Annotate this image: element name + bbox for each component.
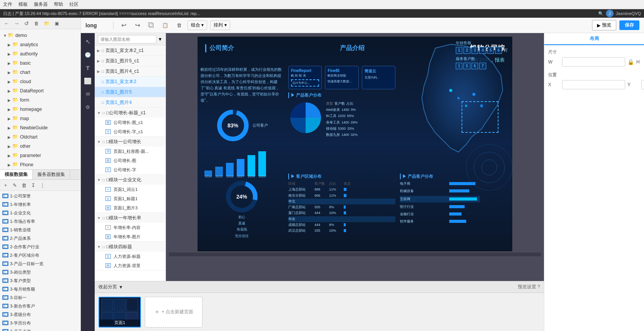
cursor-tool[interactable]: ↖ <box>82 36 93 47</box>
tree-item-form[interactable]: ▶ 📁 form <box>0 95 80 105</box>
x-input[interactable] <box>562 80 625 89</box>
tree-item-other[interactable]: ▶ 📁 other <box>0 142 80 151</box>
tree-item-analytics[interactable]: ▶ 📁 analytics <box>0 40 80 49</box>
dataset-item[interactable]: 1-销售业绩 <box>0 226 80 234</box>
dataset-item[interactable]: 3-每月销售额 <box>0 285 80 293</box>
tree-item-authority[interactable]: ▶ 📁 authority <box>0 49 80 59</box>
settings-tool[interactable]: ⚙ <box>82 102 93 112</box>
history-tool[interactable]: 🕐 <box>82 49 93 60</box>
shape-tool[interactable]: ⬜ <box>82 75 93 86</box>
tree-item-phone[interactable]: ▶ 📁 Phone <box>0 160 80 169</box>
layer-item-wordcloud[interactable]: ▶ ⊙ 页面1_词云1 <box>95 185 166 194</box>
layer-item-growthrate-img[interactable]: ▶ 图 年增长率-图片 <box>95 232 166 241</box>
back-button[interactable]: ← <box>2 19 11 28</box>
dataset-item[interactable]: 3-目标一 <box>0 293 80 302</box>
tab-template-dataset[interactable]: 模板数据集 <box>0 170 33 179</box>
layer-group-header[interactable]: ▶ □ 页面1_富文本2_c1 <box>95 45 166 55</box>
page-thumb-1[interactable]: 页面1 <box>99 297 141 328</box>
dataset-item[interactable]: 2-产品体系 <box>0 234 80 242</box>
group-button[interactable]: 组合 ▾ <box>187 20 207 30</box>
y-input[interactable] <box>641 80 644 89</box>
toggle-button[interactable]: ▣ <box>52 19 61 28</box>
tree-item-parameter[interactable]: ▶ 📁 parameter <box>0 151 80 160</box>
tree-item-map[interactable]: ▶ 📁 map <box>0 114 80 123</box>
tab-server-dataset[interactable]: 服务器数据集 <box>33 170 70 179</box>
tab-layout[interactable]: 布局 <box>544 33 644 45</box>
layer-group-header-growth-title[interactable]: ▼ □ □公司增长-标题_c1 <box>95 108 166 118</box>
layer-item-hr-bg[interactable]: ▶ 图 人力资源-背景 <box>95 261 166 270</box>
copy-button[interactable]: ⿻ <box>146 20 157 31</box>
layer-group-header-m1-growth[interactable]: ▼ □ □模块一公司增长 <box>95 137 166 147</box>
tree-item-cloud[interactable]: ▶ 📁 cloud <box>0 77 80 86</box>
new-folder-button[interactable]: 📁 <box>42 19 51 28</box>
dataset-item[interactable]: 1-企业文化 <box>0 209 80 217</box>
preview-settings-link[interactable]: 预览设置 ? <box>518 284 540 290</box>
search-icon[interactable]: 🔍 <box>598 11 604 16</box>
menu-file[interactable]: 文件 <box>3 1 12 8</box>
redo-button[interactable]: ↪ <box>132 20 143 31</box>
menu-server[interactable]: 服务器 <box>34 1 48 8</box>
dataset-item[interactable]: 1-市场占有率 <box>0 217 80 226</box>
forward-button[interactable]: → <box>12 19 21 28</box>
dataset-item[interactable]: 3-新合作客户 <box>0 302 80 310</box>
lock-icon[interactable]: 🔒 <box>627 59 634 65</box>
refresh-button[interactable]: ↺ <box>22 19 31 28</box>
search-layer-input[interactable] <box>98 35 156 43</box>
arrange-button[interactable]: 排列 ▾ <box>210 20 230 30</box>
canvas-wrap[interactable]: 公司简介 产品介绍 帆软公司综 专注BI 15年，报表 <box>166 33 544 281</box>
layer-item-growth-img[interactable]: ▶ 图 公司增长-图 <box>95 156 166 165</box>
tree-item-basic[interactable]: ▶ 📁 basic <box>0 59 80 68</box>
dataset-delete-btn[interactable]: 🗑 <box>20 181 28 189</box>
layer-item-growth-text[interactable]: ▶ 字 公司增长-字 <box>95 165 166 174</box>
mail-tool[interactable]: ✉ <box>82 89 93 99</box>
dataset-item[interactable]: 1-公司荣誉 <box>0 192 80 200</box>
dataset-item[interactable]: 3-员工点评 <box>0 327 80 331</box>
layer-item-richtext2-link-header[interactable]: ▶ □ 页面1_富文本2 <box>95 77 166 87</box>
width-input[interactable] <box>562 57 625 67</box>
collapse-pages-button[interactable]: 收起分页 ▼ <box>99 284 123 290</box>
dataset-item[interactable]: 1-年增长率 <box>0 200 80 209</box>
tree-item-newbieguide[interactable]: ▶ 📁 NewbieGuide <box>0 123 80 132</box>
layer-item-growth-text-c1[interactable]: ▶ 字 公司增长-字_c1 <box>95 127 166 136</box>
delete-btn[interactable]: 🗑 <box>174 20 184 31</box>
layer-group-header-img4c1[interactable]: ▶ □ 页面1_图片4_c1 <box>95 66 166 76</box>
layer-item-img4-link-header[interactable]: ▶ □ 页面1_图片4 <box>95 97 166 107</box>
tree-item-chart[interactable]: ▶ 📁 chart <box>0 68 80 77</box>
save-button[interactable]: 保存 <box>619 20 639 30</box>
menu-template[interactable]: 模板 <box>18 1 28 8</box>
dataset-item[interactable]: 2-合作客户行业 <box>0 242 80 251</box>
tree-item-homepage[interactable]: ▶ 📁 homepage <box>0 105 80 114</box>
add-page-button[interactable]: ＋ + 点击新建页面 <box>145 297 202 328</box>
layer-item-img3[interactable]: ▶ 图 页面1_图片3 <box>95 203 166 212</box>
layer-item-growth-img-c1[interactable]: ▶ 图 公司增长-图_c1 <box>95 118 166 127</box>
delete-button[interactable]: 🗑 <box>32 19 41 28</box>
layer-group-header-m4-title[interactable]: ▼ □ □模块四标题 <box>95 242 166 252</box>
tree-item-oldchart[interactable]: ▶ 📁 Oldchart <box>0 132 80 142</box>
text-tool[interactable]: T <box>82 62 93 73</box>
canvas-hscrollbar[interactable] <box>169 252 541 256</box>
preview-button[interactable]: ▶ 预览 <box>592 20 616 30</box>
dataset-add-btn[interactable]: ＋ <box>2 181 9 189</box>
tree-item-demo[interactable]: ▼ 📁 demo <box>0 31 80 40</box>
dataset-more-btn[interactable]: ⋮ <box>38 181 46 189</box>
panel-toggle-button[interactable]: ▼ <box>158 35 162 43</box>
layer-group-header-img5c1[interactable]: ▶ □ 页面1_图片5_c1 <box>95 56 166 66</box>
layer-group-header-m1-growthrate[interactable]: ▼ □ □模块一年增长率 <box>95 213 166 223</box>
dataset-item[interactable]: 2-客户区域分布 <box>0 251 80 259</box>
layer-item-barchart-c1[interactable]: ▶ 圆 页面1_柱形图-圆... <box>95 147 166 156</box>
dataset-item[interactable]: 3-学历分布 <box>0 319 80 327</box>
dataset-download-btn[interactable]: ↧ <box>29 181 37 189</box>
dataset-item[interactable]: 3-星级分布 <box>0 310 80 319</box>
layer-item-growthrate-content[interactable]: ▶ ⊙ 年增长率-内容 <box>95 223 166 232</box>
dataset-edit-btn[interactable]: ✎ <box>11 181 18 189</box>
menu-help[interactable]: 帮助 <box>54 1 63 8</box>
dataset-item[interactable]: 3-产品一目标一览 <box>0 259 80 268</box>
layer-item-hr-title[interactable]: ▶ 文 人力资源-标题 <box>95 252 166 261</box>
layer-group-header-m1-culture[interactable]: ▼ □ □模块一企业文化 <box>95 175 166 185</box>
layer-item-img5-link-header[interactable]: ▶ □ 页面1_图片5 <box>95 87 166 97</box>
dataset-item[interactable]: 3-岗位类型 <box>0 268 80 276</box>
undo-button[interactable]: ↩ <box>118 20 129 31</box>
paste-button[interactable]: 📋 <box>160 20 171 31</box>
layer-item-title1[interactable]: ▶ 文 页面1_标题1 <box>95 194 166 203</box>
menu-community[interactable]: 社区 <box>69 1 79 8</box>
